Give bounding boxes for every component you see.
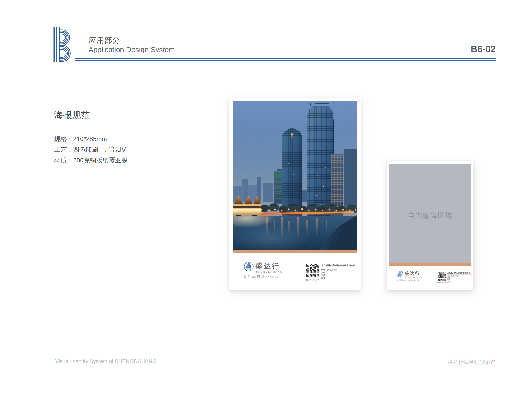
company-email: 邮箱：: [321, 271, 355, 274]
qr-code-icon: [438, 272, 446, 281]
bridge-roof: [253, 196, 261, 205]
header-rule-bottom: [75, 60, 496, 61]
qr-caption: 微信公众号: [437, 281, 447, 284]
header-rule-top: [75, 58, 496, 59]
section-title-en: Application Design System: [89, 46, 175, 54]
company-info: 北京盛达行商业运营管理有限公司 BEIJING SHENGDAHANG COMM…: [321, 264, 355, 279]
shengdahang-logo-icon: [243, 259, 254, 273]
brand-name-zh: 盛达行: [255, 261, 280, 271]
spec-list: 规格：210*285mm 工艺：四色印刷、局部UV 材质：200克铜版纸覆亚膜: [54, 134, 127, 166]
bridge-deck: [233, 204, 262, 210]
photo-crane-mast: [310, 103, 311, 106]
spec-material: 材质：200克铜版纸覆亚膜: [54, 155, 127, 166]
bridge-glow: [233, 209, 263, 213]
company-info: 北京盛达行商业运营管理有限公司 BEIJING SHENGDAHANG COMM…: [447, 272, 470, 282]
editable-template-mockup: 自由编辑区域 盛达行 SHENGDAHANG 专注城市商业运营 微信公众号 北京…: [387, 161, 473, 290]
company-name-zh: 北京盛达行商业运营管理有限公司: [447, 272, 470, 274]
free-edit-label: 自由编辑区域: [408, 211, 453, 220]
wechat-qr-block: 微信公众号: [305, 264, 321, 282]
company-address: 地址：西安未央区: [321, 269, 355, 271]
company-website: 网址：: [321, 276, 355, 279]
company-email: 邮箱：: [447, 277, 470, 279]
bridge-roof: [244, 196, 253, 205]
page-title: 海报规范: [54, 109, 90, 121]
brand-tagline: 专注城市商业运营: [243, 274, 279, 279]
spec-process: 工艺：四色印刷、局部UV: [54, 144, 127, 155]
brand-name-zh: 盛达行: [404, 270, 420, 277]
section-b-logo-icon: [52, 27, 75, 62]
photo-gold-logo: [290, 133, 294, 138]
photo-bridge: [233, 196, 263, 219]
qr-code-icon: [306, 264, 319, 277]
shengdahang-logo-icon: [396, 269, 403, 278]
bridge-roof: [234, 196, 243, 205]
brand-tagline: 专注城市商业运营: [396, 279, 420, 282]
brand-name-en: SHENGDAHANG: [405, 276, 422, 278]
wechat-qr-block: 微信公众号: [437, 272, 447, 284]
company-website: 网址：: [447, 280, 470, 282]
poster-photo: [233, 101, 357, 250]
footer-left-text: Visual Identity System of SHENGDAHANG: [55, 358, 157, 365]
footer-right-text: 盛达行视觉识别系统: [448, 359, 496, 365]
section-title-zh: 应用部分: [89, 35, 120, 46]
company-name-zh: 北京盛达行商业运营管理有限公司: [321, 264, 355, 267]
spec-size: 规格：210*285mm: [54, 134, 127, 144]
poster-accent-strip: [233, 250, 357, 253]
brand-name-en: SHENGDAHANG: [256, 270, 283, 273]
footer-divider: [54, 353, 496, 353]
poster-footer: 盛达行 SHENGDAHANG 专注城市商业运营 微信公众号 北京盛达行商业运营…: [229, 253, 361, 290]
page-code: B6-02: [471, 44, 496, 54]
qr-caption: 微信公众号: [305, 278, 321, 282]
vi-manual-page: 应用部分 Application Design System B6-02 海报规…: [0, 0, 532, 395]
company-address: 地址：西安未央区: [447, 275, 470, 277]
company-phone: 电话：: [447, 279, 470, 280]
company-phone: 电话：: [321, 274, 355, 276]
template-footer: 盛达行 SHENGDAHANG 专注城市商业运营 微信公众号 北京盛达行商业运营…: [387, 265, 473, 290]
poster-mockup: 盛达行 SHENGDAHANG 专注城市商业运营 微信公众号 北京盛达行商业运营…: [229, 98, 361, 290]
photo-crane-arm: [315, 103, 329, 104]
free-edit-area: 自由编辑区域: [389, 164, 471, 263]
